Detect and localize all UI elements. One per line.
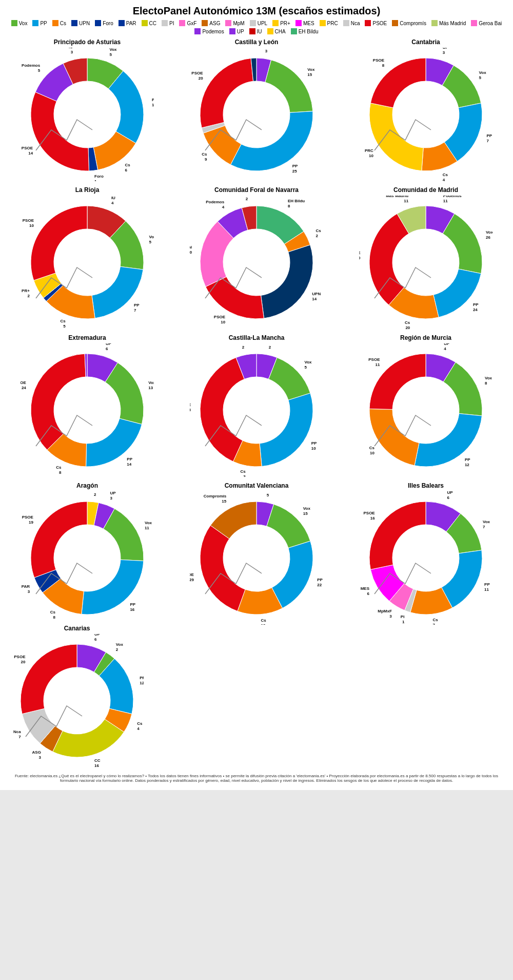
svg-text:8: 8	[59, 470, 62, 475]
svg-text:IU: IU	[111, 196, 115, 200]
svg-text:8: 8	[288, 204, 290, 208]
svg-text:10: 10	[311, 446, 316, 451]
svg-text:6: 6	[367, 591, 370, 596]
svg-text:Vox: Vox	[109, 48, 117, 52]
svg-text:4: 4	[222, 205, 225, 209]
svg-text:Cs: Cs	[56, 465, 62, 470]
chart-title: Comunidad Foral de Navarra	[214, 186, 299, 194]
svg-text:PSOE: PSOE	[14, 655, 26, 659]
legend-item: PI	[162, 20, 174, 26]
svg-text:PSOE: PSOE	[368, 357, 380, 362]
donut-chart: Podemos11Vox26PP24Cs20PSOE40Más Madrid11	[359, 196, 492, 329]
svg-text:6: 6	[94, 637, 97, 642]
svg-text:16: 16	[370, 516, 375, 521]
svg-text:PSOE: PSOE	[190, 402, 191, 407]
legend-item: UP	[229, 28, 244, 34]
svg-text:Foro: Foro	[94, 174, 104, 179]
svg-text:Vox: Vox	[145, 521, 152, 525]
chart-title: Comunitat Valenciana	[225, 482, 289, 489]
svg-text:6: 6	[447, 495, 450, 500]
svg-text:Vox: Vox	[303, 506, 311, 511]
donut-chart: Vox5PP10Cs6Foro1PSOE14Podemos5IU3	[21, 48, 154, 181]
svg-text:Cs: Cs	[433, 618, 439, 622]
svg-text:3: 3	[38, 755, 41, 760]
legend-item: PAR	[119, 20, 136, 26]
legend-item: PSOE	[365, 20, 387, 26]
svg-text:16: 16	[130, 607, 134, 612]
svg-text:Cs: Cs	[125, 163, 131, 167]
svg-text:Cs: Cs	[240, 469, 246, 474]
svg-text:PSOE: PSOE	[359, 251, 361, 255]
legend-item: Foro	[95, 20, 113, 26]
chart-title: Comunidad de Madrid	[393, 186, 458, 194]
svg-text:UPN: UPN	[312, 292, 321, 296]
svg-text:3: 3	[243, 474, 246, 477]
chart-title: Castilla-La Mancha	[229, 334, 285, 341]
svg-text:PI: PI	[401, 614, 405, 619]
svg-text:PP: PP	[311, 441, 317, 446]
svg-text:PP: PP	[465, 457, 470, 462]
svg-text:EH Bildu: EH Bildu	[288, 199, 305, 203]
svg-text:5: 5	[109, 52, 112, 57]
legend-item: Más Madrid	[431, 20, 466, 26]
svg-text:4: 4	[443, 178, 445, 181]
svg-text:Vox: Vox	[479, 70, 487, 75]
donut-chart: UP6Vox7PP11Cs7PI1MpMxF3MES6PSOE16	[359, 491, 492, 625]
page: ElectoPanel Autonómico 13M (escaños esti…	[0, 0, 513, 790]
chart-title: Extremadura	[68, 334, 106, 341]
svg-text:Podemos: Podemos	[22, 63, 41, 68]
chart-cell: Comunitat ValencianaUP5Vox15PP22Cs13PSOE…	[174, 482, 339, 625]
svg-text:22: 22	[317, 583, 322, 587]
svg-text:8: 8	[485, 381, 487, 386]
svg-text:IU: IU	[244, 196, 248, 196]
chart-cell: CantabriaUP3Vox5PP7Cs4PRC10PSOE8	[344, 39, 508, 181]
svg-text:2: 2	[242, 345, 245, 350]
svg-text:IU: IU	[69, 48, 73, 49]
svg-text:10: 10	[152, 103, 154, 107]
svg-text:7: 7	[134, 308, 136, 313]
svg-text:6: 6	[106, 347, 108, 351]
svg-text:5: 5	[63, 324, 66, 329]
svg-text:7: 7	[433, 623, 436, 625]
svg-text:Geroa Bai: Geroa Bai	[190, 245, 192, 249]
legend-item: PR+	[272, 20, 290, 26]
svg-text:5: 5	[479, 75, 482, 80]
svg-text:14: 14	[127, 462, 131, 467]
svg-text:Más Madrid: Más Madrid	[386, 196, 408, 198]
donut-chart: IU4Vox5PP7Cs5PR+2PSOE10	[21, 196, 154, 329]
donut-chart: UP6Vox13PP14Cs8PSOE24	[21, 343, 154, 477]
svg-text:29: 29	[190, 578, 194, 582]
chart-cell: Castilla y LeónUP3Vox15PP25Cs9PSOE20	[174, 39, 339, 181]
chart-title: Región de Murcia	[400, 334, 451, 341]
charts-grid: Principado de AsturiasVox5PP10Cs6Foro1PS…	[5, 39, 508, 625]
svg-text:2: 2	[246, 197, 248, 201]
donut-chart: UP4Vox8PP12Cs10PSOE11	[359, 343, 492, 477]
legend-item: Compromís	[392, 20, 426, 26]
svg-text:Cs: Cs	[61, 319, 66, 323]
donut-chart: UP3Vox15PP25Cs9PSOE20	[190, 48, 323, 181]
legend-item: UPL	[250, 20, 267, 26]
donut-chart: UP5Vox15PP22Cs13PSOE29Compromís15	[190, 491, 323, 625]
svg-text:11: 11	[376, 362, 380, 367]
legend-item: Cs	[52, 20, 66, 26]
svg-text:15: 15	[222, 499, 226, 504]
legend-item: ASG	[202, 20, 220, 26]
svg-text:7: 7	[18, 735, 21, 739]
svg-text:40: 40	[359, 256, 361, 260]
svg-text:PP: PP	[292, 164, 298, 168]
svg-text:Cs: Cs	[202, 152, 207, 157]
svg-text:4: 4	[137, 726, 140, 731]
legend-item: Vox	[11, 20, 28, 26]
svg-text:PSOE: PSOE	[21, 380, 26, 385]
svg-text:CC: CC	[94, 758, 101, 763]
svg-text:2: 2	[269, 345, 271, 350]
svg-text:20: 20	[199, 76, 203, 81]
svg-text:PP: PP	[130, 602, 135, 607]
donut-chart: CHA2UP3Vox11PP16Cs8PAR3PSOE19	[21, 491, 154, 625]
svg-text:UP: UP	[94, 634, 101, 637]
chart-cell: Castilla-La ManchaUP2Vox5PP10Cs3PSOE13UP…	[174, 334, 339, 477]
svg-text:PSOE: PSOE	[22, 515, 34, 520]
svg-text:MES: MES	[361, 586, 370, 591]
chart-cell: ExtremaduraUP6Vox13PP14Cs8PSOE24	[5, 334, 169, 477]
svg-text:PSOE: PSOE	[363, 511, 375, 515]
